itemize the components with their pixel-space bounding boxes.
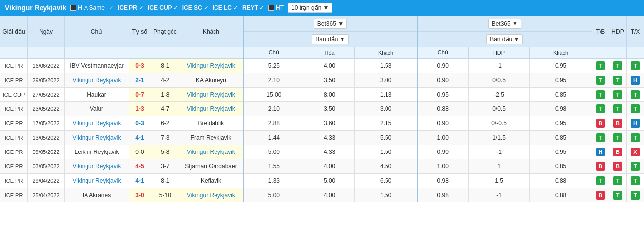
filter-ice-cup[interactable]: ICE CUP ✓ [148, 4, 178, 11]
chevron-down-icon: ▼ [323, 4, 329, 11]
col-sub-score [129, 47, 151, 59]
odds1-sub-dropdown[interactable]: Ban đầu ▼ [312, 34, 348, 44]
cell-home: Leiknir Reykjavik [65, 145, 129, 159]
cell-o1-hoa: 4.00 [304, 159, 354, 174]
matches-dropdown[interactable]: 10 trận gần ▼ [288, 3, 332, 13]
cell-corners: 6-2 [151, 116, 179, 131]
cell-hdp: T [609, 131, 627, 145]
checkbox-ht[interactable] [268, 5, 274, 11]
table-row: ICE PR 16/06/2022 IBV Vestmannaeyjar 0-3… [0, 59, 644, 73]
odds1-dropdown[interactable]: Bet365 ▼ [314, 19, 347, 29]
cell-o2-chu: 0.90 [418, 145, 469, 159]
matches-dropdown-label: 10 trận gần [291, 4, 321, 11]
top-bar: Vikingur Reykjavik H-A Same ✓ ICE PR ✓ I… [0, 0, 644, 16]
col-header-odds2[interactable]: Bet365 ▼ [418, 16, 592, 32]
cell-home[interactable]: Vikingur Reykjavik [65, 159, 129, 174]
col-sub-hdp: HDP [468, 47, 529, 59]
team-name: Vikingur Reykjavik [5, 4, 66, 12]
cell-o2-khach: 0.85 [530, 88, 592, 102]
cell-o2-khach: 0.95 [530, 73, 592, 88]
cell-home[interactable]: Vikingur Reykjavik [65, 73, 129, 88]
checkmark-ice-pr: ✓ [139, 4, 144, 11]
table-row: ICE PR 17/05/2022 Vikingur Reykjavik 0-3… [0, 116, 644, 131]
cell-home[interactable]: Vikingur Reykjavik [65, 131, 129, 145]
col-sub-home [65, 47, 129, 59]
odds2-dropdown[interactable]: Bet365 ▼ [488, 19, 521, 29]
cell-o2-chu: 0.88 [418, 102, 469, 116]
cell-score: 4-5 [129, 159, 151, 174]
filter-reyt[interactable]: REYT ✓ [242, 4, 264, 11]
col-header-date: Ngày [28, 16, 65, 47]
filter-ht-label: HT [276, 4, 284, 11]
cell-o1-khach: 3.00 [354, 73, 417, 88]
filter-ice-pr[interactable]: ICE PR ✓ [118, 4, 144, 11]
cell-tx: T [627, 188, 644, 202]
results-table: Giải đấu Ngày Chủ Tỷ số Phạt góc Khách B… [0, 16, 644, 202]
cell-away[interactable]: Vikingur Reykjavik [179, 145, 243, 159]
checkmark-reyt: ✓ [259, 4, 264, 11]
cell-date: 13/05/2022 [28, 131, 65, 145]
table-row: ICE PR 29/05/2022 Vikingur Reykjavik 2-1… [0, 73, 644, 88]
cell-away[interactable]: Vikingur Reykjavik [179, 59, 243, 73]
cell-o1-khach: 5.50 [354, 131, 417, 145]
col-header-away: Khách [179, 16, 243, 47]
cell-tb: T [592, 88, 609, 102]
cell-tx: T [627, 131, 644, 145]
cell-corners: 8-1 [151, 59, 179, 73]
cell-league: ICE PR [0, 59, 28, 73]
filter-ice-pr-label: ICE PR [118, 4, 137, 11]
cell-tx: H [627, 116, 644, 131]
cell-tb: B [592, 188, 609, 202]
cell-o2-khach: 0.95 [530, 145, 592, 159]
cell-home[interactable]: Vikingur Reykjavik [65, 174, 129, 188]
filter-ha-same[interactable]: H-A Same [70, 4, 105, 11]
filter-ice-lc[interactable]: ICE LC ✓ [213, 4, 238, 11]
col-sub-hoa: Hòa [304, 47, 354, 59]
cell-corners: 7-3 [151, 131, 179, 145]
cell-away[interactable]: Vikingur Reykjavik [179, 102, 243, 116]
filter-ice-cup-label: ICE CUP [148, 4, 172, 11]
cell-o1-khach: 1.53 [354, 59, 417, 73]
col-header-tx: T/X [627, 16, 644, 47]
cell-corners: 4-2 [151, 73, 179, 88]
table-row: ICE CUP 27/05/2022 Haukar 0-7 1-8 Viking… [0, 88, 644, 102]
cell-o1-khach: 4.50 [354, 159, 417, 174]
cell-hdp: B [609, 116, 627, 131]
cell-away[interactable]: Vikingur Reykjavik [179, 88, 243, 102]
odds1-sub-dropdown-cell[interactable]: Ban đầu ▼ [243, 32, 417, 47]
filter-ice-sc[interactable]: ICE SC ✓ [182, 4, 209, 11]
odds2-sub-dropdown[interactable]: Ban đầu ▼ [486, 34, 523, 44]
col-header-odds1[interactable]: Bet365 ▼ [243, 16, 417, 32]
cell-tb: T [592, 102, 609, 116]
cell-o2-khach: 0.98 [530, 102, 592, 116]
col-header-tb: T/B [592, 16, 609, 47]
cell-hdp: T [609, 73, 627, 88]
odds2-sub-dropdown-cell[interactable]: Ban đầu ▼ [418, 32, 592, 47]
col-sub-hdp2 [609, 47, 627, 59]
cell-o1-hoa: 3.50 [304, 102, 354, 116]
col-header-score: Tỷ số [129, 16, 151, 47]
cell-o2-hdp: 0/0.5 [468, 102, 529, 116]
cell-score: 0-3 [129, 59, 151, 73]
cell-date: 17/05/2022 [28, 116, 65, 131]
cell-o2-khach: 0.85 [530, 131, 592, 145]
checkbox-ha-same[interactable] [70, 5, 76, 11]
cell-o1-hoa: 4.00 [304, 59, 354, 73]
col-sub-khach2: Khách [530, 47, 592, 59]
filter-ht[interactable]: HT [268, 4, 284, 11]
cell-tb: T [592, 59, 609, 73]
cell-away[interactable]: Vikingur Reykjavik [179, 188, 243, 202]
filter-sep1: ✓ [109, 4, 114, 11]
cell-o1-chu: 5.00 [243, 145, 304, 159]
cell-away: Fram Reykjavik [179, 131, 243, 145]
cell-tx: T [627, 102, 644, 116]
cell-tb: T [592, 73, 609, 88]
cell-o1-khach: 1.13 [354, 88, 417, 102]
col-sub-league [0, 47, 28, 59]
cell-o1-chu: 1.55 [243, 159, 304, 174]
cell-home[interactable]: Vikingur Reykjavik [65, 116, 129, 131]
cell-o1-hoa: 3.50 [304, 73, 354, 88]
cell-corners: 5-8 [151, 145, 179, 159]
cell-o1-chu: 2.10 [243, 102, 304, 116]
cell-o1-chu: 15.00 [243, 88, 304, 102]
